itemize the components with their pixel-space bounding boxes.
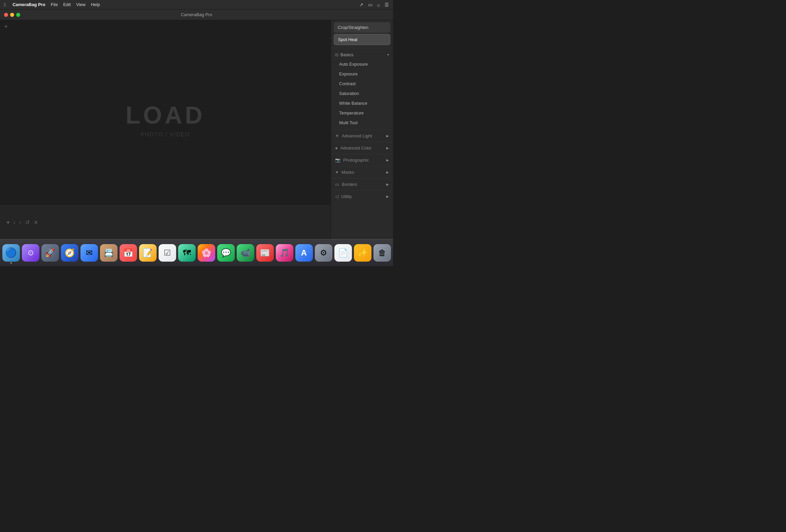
adj-auto-exposure[interactable]: Auto Exposure [331, 59, 393, 69]
advanced-light-section[interactable]: ☀ Advanced Light ▶ [331, 131, 393, 141]
divider-2 [331, 130, 393, 130]
panel-toggle-button[interactable]: ▶ [331, 123, 331, 136]
main-content: + LOAD PHOTO / VIDEO ▾ ‹ › ↺ ✕ ▶ Crop/St… [0, 20, 393, 239]
basics-header[interactable]: ⊟ Basics ▾ [331, 50, 393, 59]
dock-contacts[interactable]: 📇 [100, 244, 118, 262]
menu-file[interactable]: File [51, 2, 58, 7]
filmstrip-controls: ▾ ‹ › ↺ ✕ [4, 216, 41, 228]
utility-label: Utility [341, 194, 352, 199]
filmstrip: ▾ ‹ › ↺ ✕ [0, 205, 331, 239]
masks-section[interactable]: ✦ Masks ▶ [331, 167, 393, 178]
divider-7 [331, 190, 393, 190]
advanced-color-arrow-icon: ▶ [386, 146, 389, 150]
window-icon[interactable]: ▭ [368, 2, 372, 7]
dock-appstore[interactable]: A [295, 244, 313, 262]
search-icon[interactable]: ⌕ [377, 2, 380, 7]
canvas-main[interactable]: LOAD PHOTO / VIDEO [0, 33, 331, 205]
utility-section[interactable]: ◁ Utility ▶ [331, 191, 393, 202]
dock-finder-dot [10, 262, 12, 264]
menubar:  CameraBag Pro File Edit View Help ↗ ▭ … [0, 0, 393, 9]
dock-calendar[interactable]: 📅 [119, 244, 137, 262]
borders-section[interactable]: ▭ Borders ▶ [331, 179, 393, 190]
right-panel: ▶ Crop/Straighten Spot Heal Adjustments … [331, 20, 393, 239]
advanced-light-label: Advanced Light [342, 133, 372, 138]
dock-settings[interactable]: ⚙ [315, 244, 332, 262]
load-subtext: PHOTO / VIDEO [141, 132, 190, 138]
filmstrip-close-icon[interactable]: ✕ [34, 219, 38, 226]
advanced-color-icon: ● [335, 145, 338, 151]
dock-music[interactable]: 🎵 [276, 244, 293, 262]
masks-label: Masks [342, 170, 354, 175]
borders-arrow-icon: ▶ [386, 183, 389, 186]
dock-textedit[interactable]: 📄 [334, 244, 352, 262]
dock-siri[interactable]: ⊙ [22, 244, 39, 262]
basics-label: Basics [341, 52, 353, 57]
menu-help[interactable]: Help [91, 2, 100, 7]
titlebar: CameraBag Pro [0, 9, 393, 20]
toolbar-row: + [0, 20, 331, 33]
advanced-color-label: Advanced Color [341, 145, 372, 151]
share-icon[interactable]: ↗ [359, 2, 363, 7]
dock-launchpad[interactable]: 🚀 [41, 244, 59, 262]
borders-label: Borders [342, 182, 357, 187]
advanced-light-arrow-icon: ▶ [386, 134, 389, 138]
dock-reminders[interactable]: ☑ [159, 244, 176, 262]
filmstrip-prev-icon[interactable]: ‹ [14, 219, 15, 226]
adj-contrast[interactable]: Contrast [331, 79, 393, 89]
add-button[interactable]: + [4, 23, 8, 30]
basics-icon: ⊟ [335, 52, 339, 57]
dock-mail[interactable]: ✉ [80, 244, 98, 262]
adj-multi-tool[interactable]: Multi Tool [331, 118, 393, 128]
list-icon[interactable]: ☰ [385, 2, 389, 7]
adj-saturation[interactable]: Saturation [331, 89, 393, 98]
window-controls [4, 13, 20, 17]
maximize-button[interactable] [16, 13, 20, 17]
minimize-button[interactable] [10, 13, 14, 17]
basics-section: ⊟ Basics ▾ Auto Exposure Exposure Contra… [331, 49, 393, 129]
menu-view[interactable]: View [76, 2, 86, 7]
masks-arrow-icon: ▶ [386, 170, 389, 174]
menu-app-name[interactable]: CameraBag Pro [13, 2, 45, 7]
adj-exposure[interactable]: Exposure [331, 69, 393, 79]
divider-3 [331, 142, 393, 142]
spot-heal-button[interactable]: Spot Heal [334, 34, 390, 45]
utility-icon: ◁ [335, 194, 339, 199]
adj-temperature[interactable]: Temperature [331, 108, 393, 118]
photographic-arrow-icon: ▶ [386, 158, 389, 162]
advanced-color-section[interactable]: ● Advanced Color ▶ [331, 143, 393, 153]
dock-notes[interactable]: 📝 [139, 244, 157, 262]
canvas-area: + LOAD PHOTO / VIDEO ▾ ‹ › ↺ ✕ [0, 20, 331, 239]
tool-buttons: Crop/Straighten Spot Heal [331, 20, 393, 47]
adj-white-balance[interactable]: White Balance [331, 98, 393, 108]
crop-straighten-button[interactable]: Crop/Straighten [334, 22, 390, 33]
basics-arrow-icon: ▾ [387, 53, 389, 56]
close-button[interactable] [4, 13, 8, 17]
dock-news[interactable]: 📰 [256, 244, 274, 262]
menubar-right: ↗ ▭ ⌕ ☰ [359, 2, 389, 7]
dock-messages[interactable]: 💬 [217, 244, 235, 262]
menu-edit[interactable]: Edit [63, 2, 71, 7]
advanced-light-icon: ☀ [335, 133, 339, 138]
divider-4 [331, 154, 393, 154]
dock-trash[interactable]: 🗑 [373, 244, 391, 262]
dock-facetime[interactable]: 📹 [237, 244, 254, 262]
filmstrip-rotate-icon[interactable]: ↺ [25, 219, 30, 226]
dock-safari[interactable]: 🧭 [61, 244, 78, 262]
load-text: LOAD [125, 101, 205, 129]
borders-icon: ▭ [335, 182, 339, 187]
dock-highlights[interactable]: ✨ [354, 244, 371, 262]
filmstrip-dropdown-icon[interactable]: ▾ [7, 219, 9, 226]
filmstrip-next-icon[interactable]: › [19, 219, 21, 226]
dock-finder[interactable]: 🔵 [2, 244, 20, 262]
dock: 🔵 ⊙ 🚀 🧭 ✉ 📇 📅 📝 ☑ 🗺 🌸 💬 📹 📰 🎵 A [0, 239, 393, 266]
photographic-section[interactable]: 📷 Photographic ▶ [331, 155, 393, 165]
divider-5 [331, 166, 393, 166]
apple-menu[interactable]:  [4, 2, 6, 7]
utility-arrow-icon: ▶ [386, 194, 389, 198]
masks-icon: ✦ [335, 170, 339, 175]
dock-photos[interactable]: 🌸 [198, 244, 215, 262]
dock-maps[interactable]: 🗺 [178, 244, 196, 262]
window-title: CameraBag Pro [181, 12, 212, 17]
divider-6 [331, 178, 393, 179]
divider-1 [331, 48, 393, 48]
